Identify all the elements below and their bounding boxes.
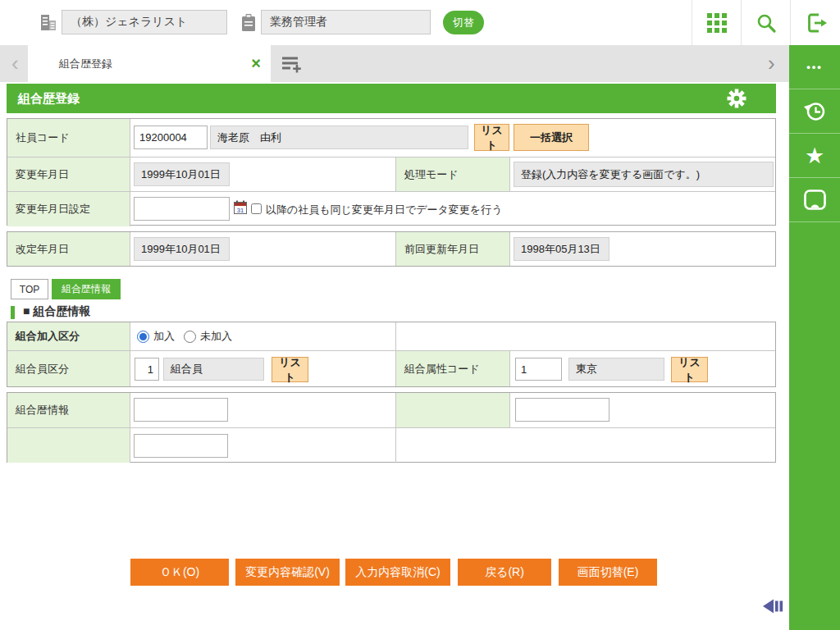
union-join-label: 組合加入区分 xyxy=(7,322,130,350)
not-join-radio[interactable] xyxy=(184,331,196,343)
screen-switch-button[interactable]: 画面切替(E) xyxy=(559,559,657,586)
change-date-setting-row: 変更年月日設定 31 以降の社員も同じ変更年月日でデータ変更を行う xyxy=(7,191,775,226)
confirm-changes-button[interactable]: 変更内容確認(V) xyxy=(235,559,340,586)
column-divider xyxy=(395,428,396,463)
union-calendar-row-2 xyxy=(7,427,775,463)
employee-form-block: 社員コード 海老原 由利 リスト 一括選択 変更年月日 1999年10月01日 … xyxy=(7,118,776,226)
close-tab-icon[interactable]: × xyxy=(251,45,261,82)
company-field[interactable] xyxy=(62,10,227,34)
last-update-label: 前回更新年月日 xyxy=(395,232,510,266)
union-calendar-label-2 xyxy=(395,393,510,427)
union-calendar-label: 組合暦情報 xyxy=(7,393,130,427)
next-tab-icon[interactable]: › xyxy=(768,45,775,82)
member-name-display: 組合員 xyxy=(163,358,264,381)
prev-tab-icon[interactable]: ‹ xyxy=(11,45,19,82)
history-icon[interactable] xyxy=(789,89,840,134)
same-date-checkbox-label: 以降の社員も同じ変更年月日でデータ変更を行う xyxy=(266,203,502,217)
page-title: 組合歴登録 xyxy=(18,91,80,107)
tab-bar: ‹ 組合歴登録 × › xyxy=(0,45,789,82)
union-calendar-label-3 xyxy=(7,428,130,463)
bulk-select-button[interactable]: 一括選択 xyxy=(514,124,589,151)
employee-name-display: 海老原 由利 xyxy=(210,126,468,149)
same-date-checkbox[interactable] xyxy=(251,203,262,214)
union-calendar-input-3[interactable] xyxy=(134,434,228,458)
favorites-star-icon[interactable]: ★ xyxy=(789,134,840,178)
attr-code-input[interactable] xyxy=(515,358,562,381)
change-date-label: 変更年月日 xyxy=(7,158,130,191)
revision-date-label: 改定年月日 xyxy=(7,232,130,266)
attr-name-display: 東京 xyxy=(568,358,664,381)
union-calendar-input-1[interactable] xyxy=(134,398,228,422)
change-date-row: 変更年月日 1999年10月01日 処理モード 登録(入力内容を変更する画面です… xyxy=(7,157,775,191)
attr-list-button[interactable]: リスト xyxy=(671,357,708,382)
back-button[interactable]: 戻る(R) xyxy=(458,559,551,586)
last-update-display: 1998年05月13日 xyxy=(514,237,609,261)
union-member-row: 組合員区分 組合員 リスト 組合属性コード 東京 リスト xyxy=(7,350,775,386)
tab-label: 組合歴登録 xyxy=(59,57,112,71)
union-info-block: 組合加入区分 加入 未加入 組合員区分 組合員 リスト 組合属性コード 東京 リ… xyxy=(7,322,776,387)
settings-gear-icon[interactable] xyxy=(727,89,746,108)
logout-icon[interactable] xyxy=(792,0,840,45)
employee-code-input[interactable] xyxy=(134,126,208,149)
revision-date-row: 改定年月日 1999年10月01日 前回更新年月日 1998年05月13日 xyxy=(7,232,775,266)
more-icon[interactable]: ••• xyxy=(789,45,840,89)
join-radio[interactable] xyxy=(137,331,149,343)
member-list-button[interactable]: リスト xyxy=(272,357,308,382)
union-join-row: 組合加入区分 加入 未加入 xyxy=(7,322,775,350)
tab-union-history-register[interactable]: 組合歴登録 × xyxy=(28,45,271,82)
employee-code-row: 社員コード 海老原 由利 リスト 一括選択 xyxy=(7,119,775,157)
section-marker xyxy=(11,306,15,319)
bookmark-tray-icon[interactable] xyxy=(789,178,840,222)
union-calendar-input-2[interactable] xyxy=(515,398,609,422)
join-radio-label: 加入 xyxy=(153,329,175,344)
search-icon[interactable] xyxy=(743,0,789,45)
main-content: 組合歴登録 社員コード 海老原 由利 リスト 一括選択 変更年月日 xyxy=(0,82,789,630)
add-tab-icon[interactable] xyxy=(279,54,304,74)
topbar-separator xyxy=(741,0,742,45)
role-field[interactable] xyxy=(261,10,431,34)
ok-button[interactable]: ＯＫ(O) xyxy=(130,559,229,586)
topbar-separator xyxy=(692,0,692,45)
apps-grid-icon[interactable] xyxy=(694,0,740,45)
revision-form-block: 改定年月日 1999年10月01日 前回更新年月日 1998年05月13日 xyxy=(7,231,776,267)
page-header: 組合歴登録 xyxy=(7,84,776,113)
employee-list-button[interactable]: リスト xyxy=(474,124,509,151)
change-date-setting-input[interactable] xyxy=(134,197,230,221)
process-mode-label: 処理モード xyxy=(395,158,510,191)
union-member-label: 組合員区分 xyxy=(7,351,130,386)
topbar-separator xyxy=(790,0,791,45)
process-mode-display: 登録(入力内容を変更する画面です。) xyxy=(514,162,774,187)
union-attr-label: 組合属性コード xyxy=(395,351,510,386)
subtab-top[interactable]: TOP xyxy=(11,279,48,299)
right-sidebar: ••• ★ xyxy=(789,45,840,630)
calendar-icon[interactable]: 31 xyxy=(234,200,248,218)
union-calendar-row-1: 組合暦情報 xyxy=(7,393,775,427)
role-icon xyxy=(241,13,256,35)
change-date-display: 1999年10月01日 xyxy=(134,162,230,186)
section-title: ■ 組合歴情報 xyxy=(23,304,90,319)
employee-code-label: 社員コード xyxy=(7,119,130,157)
top-bar: 切替 xyxy=(0,0,840,45)
svg-text:31: 31 xyxy=(237,207,244,214)
member-code-input[interactable] xyxy=(135,358,159,381)
change-date-setting-label: 変更年月日設定 xyxy=(7,192,130,226)
subtab-union-history[interactable]: 組合歴情報 xyxy=(52,279,121,299)
switch-button[interactable]: 切替 xyxy=(443,11,484,34)
collapse-panel-icon[interactable] xyxy=(761,596,788,617)
not-join-radio-label: 未加入 xyxy=(200,329,232,344)
company-icon xyxy=(40,13,57,35)
union-calendar-block: 組合暦情報 xyxy=(7,392,776,463)
revision-date-display: 1999年10月01日 xyxy=(134,237,230,261)
cancel-input-button[interactable]: 入力内容取消(C) xyxy=(345,559,450,586)
column-divider xyxy=(395,322,396,350)
